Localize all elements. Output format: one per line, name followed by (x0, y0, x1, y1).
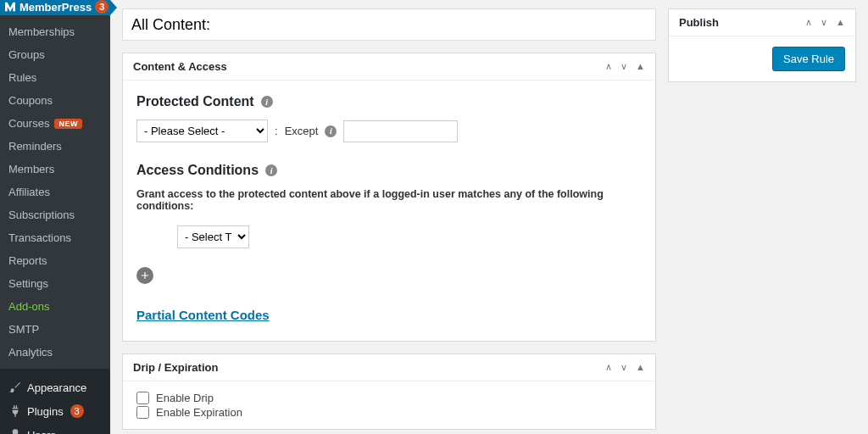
publish-header: Publish ∧ ∨ ▲ (669, 9, 855, 36)
sidebar-item-settings[interactable]: Settings (0, 272, 110, 295)
sidebar-item-users[interactable]: Users (0, 423, 110, 434)
publish-heading: Publish (679, 16, 719, 29)
sidebar-item-groups[interactable]: Groups (0, 43, 110, 66)
plugins-count-badge: 3 (70, 404, 84, 418)
brand-notify-count: 3 (95, 0, 108, 14)
sidebar-item-affiliates[interactable]: Affiliates (0, 181, 110, 203)
sidebar-item-reminders[interactable]: Reminders (0, 135, 110, 158)
colon-label: : (275, 125, 278, 137)
enable-expiration-checkbox[interactable] (136, 406, 149, 419)
info-icon[interactable]: i (261, 96, 273, 108)
box-up-icon[interactable]: ∧ (605, 61, 612, 72)
box-toggle-icon[interactable]: ▲ (636, 362, 645, 373)
drip-expiration-box: Drip / Expiration ∧ ∨ ▲ Enable Drip Enab… (122, 353, 656, 430)
partial-content-codes-link[interactable]: Partial Content Codes (136, 308, 270, 322)
sidebar-item-coupons[interactable]: Coupons (0, 89, 110, 112)
sidebar-wp-menu: Appearance Plugins 3 Users Tools (0, 369, 110, 434)
box-down-icon[interactable]: ∨ (620, 362, 627, 373)
admin-sidebar: MemberPress 3 Memberships Groups Rules C… (0, 0, 110, 434)
sidebar-item-transactions[interactable]: Transactions (0, 226, 110, 249)
drip-header: Drip / Expiration ∧ ∨ ▲ (123, 354, 655, 381)
sidebar-item-members[interactable]: Members (0, 158, 110, 181)
sidebar-item-appearance[interactable]: Appearance (0, 376, 110, 399)
sidebar-item-smtp[interactable]: SMTP (0, 318, 110, 341)
plug-icon (8, 404, 22, 418)
sidebar-item-addons[interactable]: Add-ons (0, 295, 110, 318)
memberpress-logo-icon (3, 0, 17, 14)
main-right-column: Publish ∧ ∨ ▲ Save Rule (668, 8, 856, 434)
user-icon (8, 428, 22, 434)
enable-drip-checkbox[interactable] (136, 392, 149, 404)
enable-expiration-row[interactable]: Enable Expiration (136, 406, 642, 419)
access-conditions-label: Access Conditions (136, 163, 259, 178)
sidebar-brand[interactable]: MemberPress 3 (0, 0, 110, 15)
info-icon[interactable]: i (325, 125, 337, 137)
sidebar-item-analytics[interactable]: Analytics (0, 341, 110, 364)
brush-icon (8, 381, 22, 394)
box-down-icon[interactable]: ∨ (620, 61, 627, 72)
content-access-header: Content & Access ∧ ∨ ▲ (123, 53, 655, 81)
grant-access-description: Grant access to the protected content ab… (136, 188, 642, 212)
sidebar-item-courses[interactable]: CoursesNEW (0, 112, 110, 135)
add-condition-button[interactable] (136, 267, 153, 284)
info-icon[interactable]: i (265, 164, 277, 176)
sidebar-item-reports[interactable]: Reports (0, 249, 110, 272)
condition-type-select[interactable]: - Select Type (177, 225, 249, 248)
sidebar-item-subscriptions[interactable]: Subscriptions (0, 203, 110, 226)
publish-box: Publish ∧ ∨ ▲ Save Rule (668, 8, 856, 82)
box-down-icon[interactable]: ∨ (821, 17, 827, 28)
enable-drip-label: Enable Drip (156, 392, 214, 404)
sidebar-notch (110, 0, 117, 15)
main-left-column: Content & Access ∧ ∨ ▲ Protected Content… (122, 8, 656, 434)
box-toggle-icon[interactable]: ▲ (636, 61, 645, 72)
rule-title-input[interactable] (122, 8, 656, 41)
main-area: Content & Access ∧ ∨ ▲ Protected Content… (110, 0, 868, 434)
except-input[interactable] (343, 120, 458, 142)
except-label: Except (285, 125, 319, 137)
enable-drip-row[interactable]: Enable Drip (136, 392, 642, 404)
drip-heading: Drip / Expiration (133, 361, 218, 374)
protected-content-label: Protected Content (136, 94, 254, 109)
enable-expiration-label: Enable Expiration (156, 406, 242, 419)
save-rule-button[interactable]: Save Rule (772, 47, 845, 71)
content-access-box: Content & Access ∧ ∨ ▲ Protected Content… (122, 53, 656, 342)
box-toggle-icon[interactable]: ▲ (836, 17, 845, 28)
box-up-icon[interactable]: ∧ (605, 362, 612, 373)
sidebar-item-rules[interactable]: Rules (0, 66, 110, 89)
sidebar-submenu: Memberships Groups Rules Coupons Courses… (0, 15, 110, 369)
new-pill: NEW (54, 119, 82, 129)
brand-name: MemberPress (19, 1, 92, 14)
content-access-heading: Content & Access (133, 60, 227, 73)
box-up-icon[interactable]: ∧ (805, 17, 812, 28)
sidebar-item-plugins[interactable]: Plugins 3 (0, 399, 110, 423)
sidebar-item-memberships[interactable]: Memberships (0, 20, 110, 43)
protected-content-select[interactable]: - Please Select - (136, 120, 268, 142)
